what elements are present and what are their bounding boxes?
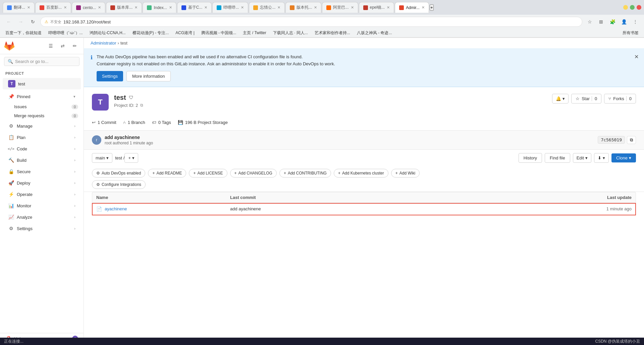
window-controls xyxy=(623,5,641,10)
sidebar-item-secure[interactable]: 🔒 Secure › xyxy=(3,166,81,177)
file-last-update: 1 minute ago xyxy=(498,206,632,211)
browser-tab-translate[interactable]: 翻译... ✕ xyxy=(3,2,35,13)
bookmark-acg[interactable]: ACG港湾 | xyxy=(173,29,197,37)
tab-close-baidu[interactable]: ✕ xyxy=(64,5,67,10)
fork-button[interactable]: ⑂ Forks 0 xyxy=(604,94,636,104)
sidebar-item-settings[interactable]: ⚙ Settings › xyxy=(3,223,81,234)
edit-button[interactable]: Edit ▾ xyxy=(573,153,591,163)
reload-button[interactable]: ↻ xyxy=(28,17,38,26)
tab-close-red[interactable]: ✕ xyxy=(135,5,138,10)
tab-close-emotion[interactable]: ✕ xyxy=(277,5,280,10)
copy-id-button[interactable]: ⧉ xyxy=(140,103,143,108)
new-item-button[interactable]: ✏ xyxy=(70,41,79,51)
branches-stat[interactable]: ⑃ 1 Branch xyxy=(123,120,145,125)
banner-close-button[interactable]: ✕ xyxy=(634,54,639,60)
sidebar-project-item[interactable]: T test xyxy=(3,78,81,89)
code-icon: </> xyxy=(8,146,14,152)
browser-tab-css[interactable]: 基于C... ✕ xyxy=(177,2,212,13)
sidebar-item-plan[interactable]: 📋 Plan › xyxy=(3,132,81,143)
browser-tab-baidu[interactable]: 百度影... ✕ xyxy=(35,2,71,13)
add-license-button[interactable]: + Add LICENSE xyxy=(189,169,227,178)
tab-close-vue[interactable]: ✕ xyxy=(169,5,172,10)
bookmark-tencent[interactable]: 腾讯视频 - 中国领... xyxy=(199,29,239,37)
new-tab-button[interactable]: + xyxy=(430,4,434,11)
star-button[interactable]: ☆ Star 0 xyxy=(571,94,601,104)
search-box[interactable]: 🔍 Search or go to... xyxy=(4,57,79,66)
menu-button[interactable]: ⋮ xyxy=(631,17,640,26)
tab-close-centos[interactable]: ✕ xyxy=(98,5,101,10)
back-button[interactable]: ← xyxy=(4,17,13,26)
browser-tab-gitlab[interactable]: Admir... ✕ xyxy=(395,2,429,13)
tab-close-css[interactable]: ✕ xyxy=(204,5,207,10)
sidebar-toggle-button[interactable]: ☰ xyxy=(46,41,55,51)
sidebar-item-build[interactable]: 🔨 Build › xyxy=(3,155,81,165)
sidebar-item-merge-requests[interactable]: Merge requests 0 xyxy=(0,111,84,120)
bookmark-star-button[interactable]: ☆ xyxy=(585,17,594,26)
sidebar-item-issues[interactable]: Issues 0 xyxy=(0,102,84,111)
add-changelog-button[interactable]: + Add CHANGELOG xyxy=(230,169,277,178)
issues-count: 0 xyxy=(71,105,78,109)
merge-requests-nav-button[interactable]: ⇄ xyxy=(58,41,67,51)
file-link[interactable]: ayachinene xyxy=(105,206,127,211)
tab-label-version2: 版本托... xyxy=(297,5,312,10)
sidebar-item-analyze[interactable]: 📈 Analyze › xyxy=(3,212,81,222)
bookmark-artist[interactable]: 艺术家和创作者持... xyxy=(312,29,353,37)
add-file-button[interactable]: + ▾ xyxy=(124,153,138,163)
history-button[interactable]: History xyxy=(519,153,542,163)
browser-tab-emotion[interactable]: 忘情公... ✕ xyxy=(249,2,285,13)
add-readme-button[interactable]: + Add README xyxy=(148,169,186,178)
sidebar-item-deploy[interactable]: 🚀 Deploy › xyxy=(3,178,81,188)
copy-hash-button[interactable]: ⧉ xyxy=(627,136,636,144)
forward-button[interactable]: → xyxy=(16,17,25,26)
add-kubernetes-button[interactable]: + Add Kubernetes cluster xyxy=(334,169,388,178)
bookmark-miracle[interactable]: 八坂之神风 - 奇迹... xyxy=(354,29,395,37)
sidebar-item-operate[interactable]: ⚡ Operate › xyxy=(3,189,81,200)
sidebar-item-code[interactable]: </> Code › xyxy=(3,143,81,154)
address-bar[interactable]: ⚠ 不安全 192.168.37.120/root/test xyxy=(40,17,582,27)
browser-tab-centos[interactable]: cento... ✕ xyxy=(72,2,105,13)
more-info-button[interactable]: More information xyxy=(126,71,171,81)
add-contributing-button[interactable]: + Add CONTRIBUTING xyxy=(279,169,331,178)
tab-close-bili[interactable]: ✕ xyxy=(241,5,244,10)
tab-close-version2[interactable]: ✕ xyxy=(314,5,317,10)
tab-groups-button[interactable]: ⊞ xyxy=(596,17,606,26)
commits-stat[interactable]: ↩ 1 Commit xyxy=(92,120,116,125)
clone-button[interactable]: Clone ▾ xyxy=(611,153,636,162)
close-button[interactable] xyxy=(637,5,641,10)
bookmark-twitter[interactable]: 主页 / Twitter xyxy=(240,29,269,37)
maximize-button[interactable] xyxy=(630,5,635,10)
commit-message[interactable]: add ayachinene xyxy=(105,135,153,140)
browser-tab-epel[interactable]: epel镜... ✕ xyxy=(359,2,394,13)
bookmark-bili[interactable]: 哔哩哔哩（'·ω·'）... xyxy=(46,29,86,37)
tab-close-gitlab[interactable]: ✕ xyxy=(422,5,425,10)
find-file-button[interactable]: Find file xyxy=(545,153,570,163)
download-button[interactable]: ⬇ ▾ xyxy=(594,153,609,163)
breadcrumb-parent[interactable]: Administrator xyxy=(91,41,116,46)
sidebar-item-monitor[interactable]: 📊 Monitor › xyxy=(3,200,81,211)
bookmark-honghuo[interactable]: 鸿鹄论坛-CCNA,H... xyxy=(87,29,128,37)
branch-dropdown[interactable]: main ▾ xyxy=(92,153,112,163)
profile-button[interactable]: 👤 xyxy=(619,17,629,26)
sidebar-item-pinned[interactable]: 📌 Pinned ▾ xyxy=(3,91,81,102)
tags-stat[interactable]: 🏷 0 Tags xyxy=(152,120,171,125)
bookmark-all[interactable]: 所有书签 xyxy=(620,29,641,37)
bookmark-baidu[interactable]: 百度一下，你就知道 xyxy=(3,29,44,37)
add-wiki-button[interactable]: + Add Wiki xyxy=(391,169,420,178)
tab-close-translate[interactable]: ✕ xyxy=(27,5,30,10)
auto-devops-button[interactable]: ⚙ Auto DevOps enabled xyxy=(92,169,145,178)
browser-tab-vue[interactable]: Index... ✕ xyxy=(143,2,176,13)
bookmark-doujin[interactable]: 下载同人志 · 同人... xyxy=(270,29,311,37)
notification-button[interactable]: 🔔 ▾ xyxy=(552,94,569,104)
browser-tab-red[interactable]: 版本库... ✕ xyxy=(106,2,142,13)
extensions-button[interactable]: 🧩 xyxy=(608,17,617,26)
browser-tab-ali[interactable]: 阿里巴... ✕ xyxy=(322,2,358,13)
settings-button[interactable]: Settings xyxy=(97,71,123,81)
browser-tab-bili[interactable]: 哔哩哔... ✕ xyxy=(212,2,248,13)
configure-integrations-button[interactable]: ⚙ Configure Integrations xyxy=(92,180,146,189)
bookmark-sakura[interactable]: 樱花动漫(P) - 专注... xyxy=(130,29,172,37)
tab-close-epel[interactable]: ✕ xyxy=(387,5,390,10)
sidebar-item-manage[interactable]: ⚙ Manage › xyxy=(3,121,81,131)
minimize-button[interactable] xyxy=(623,5,628,10)
browser-tab-version2[interactable]: 版本托... ✕ xyxy=(285,2,321,13)
tab-close-ali[interactable]: ✕ xyxy=(351,5,354,10)
